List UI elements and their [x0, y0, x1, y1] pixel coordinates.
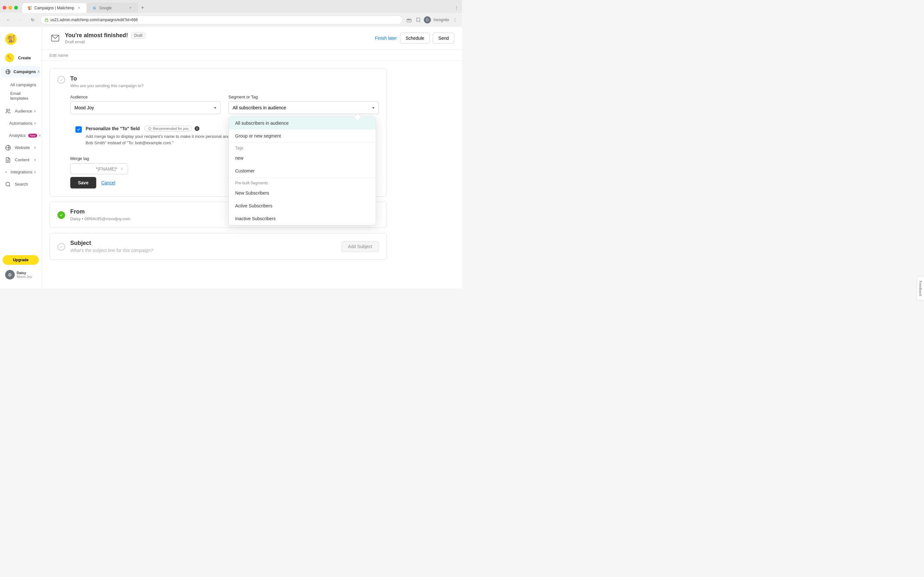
- sidebar-item-create-label: Create: [18, 55, 31, 60]
- mailchimp-favicon: 🐒: [27, 6, 32, 10]
- to-form-body: Audience Mood Joy Segment or Tag: [50, 95, 387, 196]
- cast-icon[interactable]: [406, 17, 412, 23]
- upgrade-button[interactable]: Upgrade: [3, 255, 39, 265]
- subject-section-content: Subject What's the subject line for this…: [70, 240, 153, 253]
- audience-dropdown-icon: [213, 106, 216, 110]
- create-icon: ✏️: [5, 53, 14, 62]
- close-window-btn[interactable]: [3, 6, 6, 10]
- avatar-circle: D: [5, 270, 15, 279]
- address-bar[interactable]: us21.admin.mailchimp.com/campaigns/edit?…: [40, 15, 403, 24]
- audience-segment-row: Audience Mood Joy Segment or Tag: [70, 95, 379, 114]
- website-expand-icon: ∨: [34, 145, 36, 150]
- recommended-badge: Recommended for you: [144, 126, 192, 131]
- svg-rect-10: [6, 172, 7, 173]
- sidebar-item-search[interactable]: Search: [1, 179, 40, 190]
- add-subject-button[interactable]: Add Subject: [341, 241, 379, 252]
- maximize-window-btn[interactable]: [14, 6, 18, 10]
- header-title: You're almost finished!: [65, 32, 128, 39]
- dropdown-item-inactive-subscribers[interactable]: Inactive Subscribers: [229, 212, 376, 225]
- svg-text:i: i: [196, 127, 197, 131]
- sidebar: 🐒 ✏️ Create Campaigns ∧ All campaigns Em…: [0, 27, 42, 288]
- sidebar-item-all-campaigns[interactable]: All campaigns: [5, 81, 41, 89]
- info-icon: i: [194, 126, 200, 131]
- incognito-label: Incognito: [433, 18, 449, 22]
- audience-select[interactable]: Mood Joy: [70, 101, 221, 114]
- app-layout: 🐒 ✏️ Create Campaigns ∧ All campaigns Em…: [0, 27, 462, 288]
- sidebar-item-audience-label: Audience: [15, 109, 32, 113]
- sidebar-item-automations[interactable]: Automations ∨: [1, 118, 40, 129]
- browser-chrome: 🐒 Campaigns | Mailchimp × G Google × + ⋮…: [0, 0, 462, 27]
- dropdown-item-customer[interactable]: Customer: [229, 164, 376, 177]
- to-section-header: To Who are you sending this campaign to?: [50, 69, 387, 95]
- dropdown-item-new[interactable]: new: [229, 152, 376, 164]
- automations-expand-icon: ∨: [34, 121, 36, 125]
- audience-label: Audience: [70, 95, 221, 99]
- dropdown-item-group-segment[interactable]: Group or new segment: [229, 129, 376, 142]
- sidebar-item-automations-label: Automations: [9, 121, 32, 126]
- new-tab-button[interactable]: +: [138, 3, 147, 12]
- header-subtitle: Draft email: [65, 39, 375, 44]
- send-button[interactable]: Send: [433, 33, 454, 44]
- segment-tag-label: Segment or Tag: [228, 95, 379, 99]
- sidebar-item-website[interactable]: Website ∨: [1, 142, 40, 153]
- subject-placeholder: What's the subject line for this campaig…: [70, 248, 153, 253]
- user-name: Daisy: [17, 271, 32, 275]
- campaign-form: To Who are you sending this campaign to?…: [42, 61, 395, 272]
- forward-button[interactable]: →: [16, 15, 25, 24]
- to-section-check: [57, 76, 65, 84]
- header-envelope-icon: [49, 32, 61, 44]
- merge-tag-select[interactable]: *|FNAME|*: [70, 163, 128, 174]
- schedule-button[interactable]: Schedule: [400, 33, 430, 44]
- subject-section-check: [57, 243, 65, 251]
- tab-google[interactable]: G Google ×: [87, 3, 138, 13]
- sidebar-item-campaigns-label: Campaigns: [13, 69, 36, 74]
- content-expand-icon: ∨: [34, 158, 36, 162]
- sidebar-item-email-templates[interactable]: Email templates: [5, 89, 41, 103]
- segment-tag-select[interactable]: All subscribers in audience: [228, 101, 379, 114]
- dropdown-item-active-subscribers[interactable]: Active Subscribers: [229, 199, 376, 212]
- svg-rect-7: [5, 171, 6, 172]
- finish-later-button[interactable]: Finish later: [375, 35, 397, 41]
- tab-mailchimp-close[interactable]: ×: [77, 6, 81, 10]
- integrations-icon: [5, 169, 7, 175]
- tab-mailchimp[interactable]: 🐒 Campaigns | Mailchimp ×: [22, 3, 87, 13]
- dropdown-item-all-subscribers[interactable]: All subscribers in audience: [229, 117, 376, 129]
- edit-name-row: Edit name: [42, 50, 462, 61]
- sidebar-item-analytics[interactable]: Analytics New ∨: [1, 130, 40, 141]
- sidebar-item-campaigns[interactable]: Campaigns ∧: [1, 66, 40, 77]
- reload-button[interactable]: ↻: [28, 15, 37, 24]
- svg-rect-0: [45, 20, 48, 22]
- audience-select-wrapper: Mood Joy: [70, 101, 221, 114]
- tab-google-close[interactable]: ×: [128, 6, 133, 10]
- bookmark-icon[interactable]: [415, 17, 421, 23]
- header-text: You're almost finished! Draft Draft emai…: [65, 32, 375, 44]
- url-text: us21.admin.mailchimp.com/campaigns/edit?…: [50, 18, 137, 22]
- sidebar-bottom: Upgrade D Daisy Mood Joy: [0, 253, 41, 285]
- user-avatar[interactable]: D Daisy Mood Joy: [3, 268, 39, 282]
- profile-icon[interactable]: D: [424, 16, 431, 23]
- browser-menu-icon[interactable]: ⋮: [452, 17, 458, 23]
- edit-name-link[interactable]: Edit name: [49, 53, 68, 58]
- segment-tag-select-wrapper: All subscribers in audience: [228, 101, 379, 114]
- save-button[interactable]: Save: [70, 177, 96, 189]
- sidebar-item-content[interactable]: Content ∨: [1, 155, 40, 165]
- secure-icon: [45, 18, 48, 22]
- svg-rect-8: [6, 171, 7, 172]
- sidebar-item-create[interactable]: ✏️ Create: [1, 51, 40, 65]
- sidebar-item-audience[interactable]: Audience ∨: [1, 106, 40, 117]
- google-favicon: G: [92, 6, 97, 10]
- segment-tag-group: Segment or Tag All subscribers in audien…: [228, 95, 379, 114]
- minimize-window-btn[interactable]: [8, 6, 12, 10]
- back-button[interactable]: ←: [4, 15, 13, 24]
- subject-section: Subject What's the subject line for this…: [49, 233, 387, 259]
- sidebar-item-content-label: Content: [15, 157, 29, 162]
- page-header: You're almost finished! Draft Draft emai…: [42, 27, 462, 50]
- header-actions: Finish later Schedule Send: [375, 33, 454, 44]
- campaigns-submenu: All campaigns Email templates: [5, 78, 41, 105]
- cancel-button[interactable]: Cancel: [102, 180, 115, 185]
- sidebar-item-integrations[interactable]: Integrations ∨: [1, 167, 40, 177]
- from-section-title: From: [70, 208, 130, 215]
- personalize-checkbox[interactable]: [75, 126, 82, 133]
- more-tabs-icon[interactable]: ⋮: [454, 5, 459, 11]
- dropdown-item-new-subscribers[interactable]: New Subscribers: [229, 187, 376, 199]
